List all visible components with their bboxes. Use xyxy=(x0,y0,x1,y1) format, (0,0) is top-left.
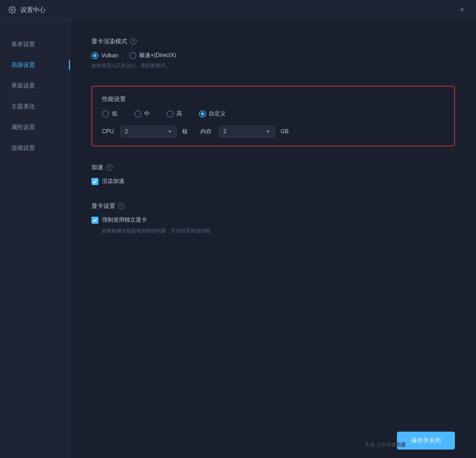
watermark: 头条 @安卓模拟器 xyxy=(365,442,406,448)
cpu-label: CPU xyxy=(102,128,115,135)
cpu-dropdown-arrow-icon: ▼ xyxy=(168,129,172,134)
gpu-render-help-icon[interactable]: ? xyxy=(130,38,136,45)
force-gpu-hint: 如果电脑出现耗电加快的问题，可尝试关闭该功能 xyxy=(91,228,455,234)
perf-section-title: 性能设置 xyxy=(102,95,444,103)
perf-high-radio[interactable] xyxy=(167,110,174,117)
render-accel-checkbox-box[interactable] xyxy=(91,178,98,185)
gpu-render-options: Vulkan 极速+(DirectX) xyxy=(91,52,455,59)
gpu-render-section: 显卡渲染模式 ? Vulkan 极速+(DirectX) 如游戏无法正常运行，请… xyxy=(91,37,455,69)
bottom-bar: 保存并关闭 xyxy=(70,423,476,458)
mem-unit: GB xyxy=(281,128,289,135)
window-title: 设置中心 xyxy=(20,6,46,14)
perf-custom-option[interactable]: 自定义 xyxy=(199,110,226,117)
gpu-render-title: 显卡渲染模式 ? xyxy=(91,37,455,45)
accel-title: 加速 ? xyxy=(91,163,455,171)
perf-medium-radio[interactable] xyxy=(134,110,141,117)
mem-label: 内存 xyxy=(200,128,213,135)
perf-medium-option[interactable]: 中 xyxy=(134,110,150,117)
cpu-unit: 核 xyxy=(182,128,188,135)
cpu-value: 2 xyxy=(125,128,128,135)
title-bar-left: 设置中心 xyxy=(8,6,46,14)
perf-custom-radio[interactable] xyxy=(199,110,206,117)
performance-settings-box: 性能设置 低 中 高 自定义 xyxy=(91,86,455,146)
cpu-dropdown[interactable]: 2 ▼ xyxy=(120,126,176,137)
sidebar-item-theme[interactable]: 主题美化 xyxy=(0,96,70,117)
perf-low-radio[interactable] xyxy=(102,110,109,117)
acceleration-section: 加速 ? 渲染加速 xyxy=(91,163,455,185)
mem-dropdown-arrow-icon: ▼ xyxy=(266,129,270,134)
gear-icon xyxy=(8,6,16,14)
svg-point-0 xyxy=(11,9,13,11)
cpu-memory-row: CPU 2 ▼ 核 内存 2 ▼ GB xyxy=(102,126,444,137)
perf-presets: 低 中 高 自定义 xyxy=(102,110,444,117)
mem-dropdown[interactable]: 2 ▼ xyxy=(219,126,275,137)
gpu-settings-help-icon[interactable]: ? xyxy=(118,203,124,209)
title-bar: 设置中心 × xyxy=(0,0,476,20)
force-gpu-checkbox-box[interactable] xyxy=(91,217,98,224)
sidebar-item-games[interactable]: 游戏设置 xyxy=(0,138,70,158)
close-button[interactable]: × xyxy=(456,4,468,15)
sidebar-item-advanced[interactable]: 高级设置 xyxy=(0,55,70,75)
accel-help-icon[interactable]: ? xyxy=(106,164,112,171)
gpu-settings-section: 显卡设置 ? 强制使用独立显卡 如果电脑出现耗电加快的问题，可尝试关闭该功能 xyxy=(91,202,455,234)
render-accel-checkbox[interactable]: 渲染加速 xyxy=(91,178,455,185)
directx-radio[interactable] xyxy=(129,52,136,59)
content-area: 显卡渲染模式 ? Vulkan 极速+(DirectX) 如游戏无法正常运行，请… xyxy=(70,20,476,458)
sidebar-item-properties[interactable]: 属性设置 xyxy=(0,117,70,138)
mem-value: 2 xyxy=(223,128,226,135)
sidebar: 基本设置 高级设置 界面设置 主题美化 属性设置 游戏设置 xyxy=(0,20,70,458)
perf-high-option[interactable]: 高 xyxy=(167,110,182,117)
sidebar-item-basic[interactable]: 基本设置 xyxy=(0,34,70,55)
main-layout: 基本设置 高级设置 界面设置 主题美化 属性设置 游戏设置 显卡渲染模式 ? xyxy=(0,20,476,458)
vulkan-radio[interactable] xyxy=(91,52,98,59)
gpu-render-hint: 如游戏无法正常运行，请切换模式。 xyxy=(91,63,455,69)
force-gpu-checkbox[interactable]: 强制使用独立显卡 xyxy=(91,216,455,224)
directx-option[interactable]: 极速+(DirectX) xyxy=(129,52,176,59)
gpu-settings-title: 显卡设置 ? xyxy=(91,202,455,210)
vulkan-option[interactable]: Vulkan xyxy=(91,52,118,59)
perf-low-option[interactable]: 低 xyxy=(102,110,117,117)
sidebar-item-interface[interactable]: 界面设置 xyxy=(0,75,70,96)
